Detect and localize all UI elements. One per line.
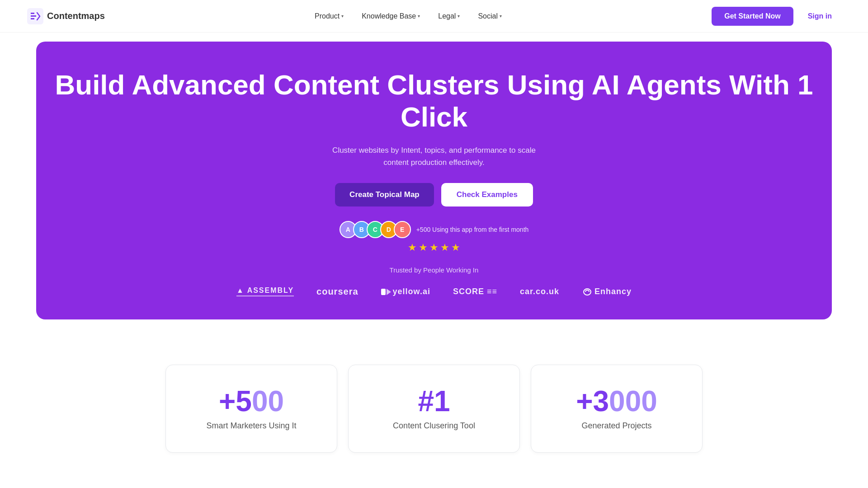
brand-score: SCORE ≡≡: [453, 287, 497, 296]
social-proof: A B C D E +500 Using this app from the f…: [54, 221, 814, 238]
stat-card-tool: #1 Content Clusering Tool: [348, 365, 520, 453]
brand-yellow-ai: yellow.ai: [381, 287, 430, 296]
brand-coursera: coursera: [316, 286, 359, 297]
brand-assembly: ▲ ASSEMBLY: [236, 286, 294, 296]
hero-subtitle: Cluster websites by Intent, topics, and …: [321, 144, 547, 169]
stat-prefix-3: +3: [576, 385, 609, 418]
stat-suffix-1: 00: [252, 385, 284, 418]
stat-prefix-2: #1: [418, 385, 450, 418]
hero-heading: Build Advanced Content Clusters Using AI…: [54, 69, 814, 133]
star-4: ★: [440, 242, 449, 253]
nav-legal[interactable]: Legal ▾: [431, 9, 467, 24]
hero-section: Build Advanced Content Clusters Using AI…: [36, 42, 832, 319]
nav-social[interactable]: Social ▾: [471, 9, 509, 24]
chevron-down-icon: ▾: [500, 14, 502, 19]
stat-number-marketers: +500: [184, 387, 319, 416]
stat-number-tool: #1: [367, 387, 501, 416]
brand-logos: ▲ ASSEMBLY coursera yellow.ai SCORE ≡≡ c…: [54, 286, 814, 297]
create-topical-map-button[interactable]: Create Topical Map: [335, 183, 434, 206]
nav-product[interactable]: Product ▾: [307, 9, 351, 24]
nav-social-label: Social: [478, 12, 498, 20]
stats-section: +500 Smart Marketers Using It #1 Content…: [0, 338, 868, 471]
logo-icon: [27, 8, 43, 24]
star-rating: ★ ★ ★ ★ ★: [54, 242, 814, 253]
nav-legal-label: Legal: [438, 12, 456, 20]
brand-carcouk: car.co.uk: [520, 287, 559, 296]
stat-suffix-3: 000: [609, 385, 657, 418]
chevron-down-icon: ▾: [418, 14, 420, 19]
logo-link[interactable]: Contentmaps: [27, 8, 105, 24]
svg-rect-1: [381, 289, 386, 295]
nav-knowledge-base[interactable]: Knowledge Base ▾: [354, 9, 427, 24]
stat-label-tool: Content Clusering Tool: [367, 421, 501, 431]
trusted-text: Trusted by People Working In: [54, 266, 814, 274]
sign-in-button[interactable]: Sign in: [799, 7, 841, 26]
nav-product-label: Product: [315, 12, 340, 20]
get-started-button[interactable]: Get Started Now: [712, 7, 793, 26]
stat-number-projects: +3000: [549, 387, 684, 416]
navbar: Contentmaps Product ▾ Knowledge Base ▾ L…: [0, 0, 868, 33]
avatar-group: A B C D E: [340, 221, 411, 238]
navbar-actions: Get Started Now Sign in: [712, 7, 841, 26]
stat-card-projects: +3000 Generated Projects: [531, 365, 703, 453]
star-3: ★: [429, 242, 439, 253]
star-2: ★: [419, 242, 428, 253]
nav-knowledge-base-label: Knowledge Base: [362, 12, 416, 20]
stat-label-projects: Generated Projects: [549, 421, 684, 431]
star-5: ★: [451, 242, 460, 253]
stat-card-marketers: +500 Smart Marketers Using It: [165, 365, 337, 453]
logo-text: Contentmaps: [47, 11, 105, 21]
brand-enhancy: Enhancy: [582, 287, 632, 296]
social-proof-text: +500 Using this app from the first month: [416, 226, 529, 233]
stat-label-marketers: Smart Marketers Using It: [184, 421, 319, 431]
chevron-down-icon: ▾: [458, 14, 460, 19]
hero-wrapper: Build Advanced Content Clusters Using AI…: [0, 33, 868, 338]
avatar: E: [394, 221, 411, 238]
hero-buttons: Create Topical Map Check Examples: [54, 183, 814, 206]
star-1: ★: [408, 242, 417, 253]
navbar-nav: Product ▾ Knowledge Base ▾ Legal ▾ Socia…: [307, 9, 509, 24]
stat-prefix-1: +5: [219, 385, 252, 418]
check-examples-button[interactable]: Check Examples: [441, 183, 533, 206]
chevron-down-icon: ▾: [341, 14, 344, 19]
